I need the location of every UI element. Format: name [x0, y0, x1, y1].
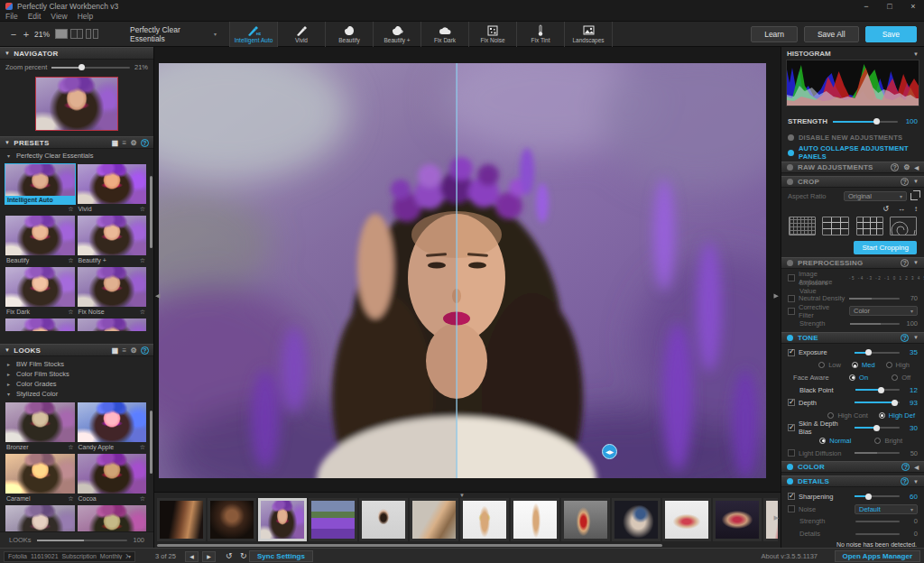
exposure-low-radio[interactable]	[818, 362, 825, 368]
noise-strength-slider[interactable]	[855, 521, 900, 522]
start-cropping-button[interactable]: Start Cropping	[854, 241, 917, 254]
star-icon[interactable]: ☆	[140, 206, 145, 213]
star-icon[interactable]: ☆	[68, 444, 73, 451]
help-icon[interactable]: ?	[901, 334, 909, 342]
raw-adjustments-header[interactable]: RAW ADJUSTMENTS ? ⚙ ◀	[781, 162, 924, 173]
looks-strength-slider[interactable]	[37, 540, 128, 541]
filmstrip-thumb-selected[interactable]	[258, 498, 307, 541]
looks-tree-color-film[interactable]: ▸ Color Film Stocks	[7, 369, 153, 379]
image-ambulance-checkbox[interactable]	[788, 274, 795, 282]
help-icon[interactable]: ?	[141, 139, 149, 147]
preset-button-vivid[interactable]: Vivid	[278, 22, 326, 47]
list-view-icon[interactable]: ≡	[123, 139, 127, 147]
filmstrip-thumb[interactable]	[208, 498, 256, 541]
help-icon[interactable]: ?	[901, 463, 910, 471]
save-all-button[interactable]: Save All	[804, 26, 859, 42]
rotate-icon[interactable]: ↺	[882, 205, 889, 213]
presets-header[interactable]: ▼ PRESETS ▦ ≡ ⚙ ?	[0, 136, 153, 149]
filmstrip-thumb[interactable]	[511, 498, 559, 541]
navigator-header[interactable]: ▼ NAVIGATOR	[0, 47, 153, 60]
filmstrip-next-icon[interactable]: ▶	[774, 514, 779, 521]
open-apps-manager-button[interactable]: Open Apps Manager	[835, 550, 921, 562]
filmstrip-thumb[interactable]	[309, 498, 357, 541]
preprocessing-header[interactable]: PREPROCESSING ? ▼	[781, 257, 924, 269]
preset-button-beautify-plus[interactable]: Beautify +	[374, 22, 421, 47]
sharpening-slider[interactable]	[855, 495, 900, 497]
filmstrip-thumb[interactable]	[359, 498, 408, 541]
flip-horizontal-icon[interactable]: ↔	[898, 205, 905, 213]
preset-group-dropdown[interactable]: Perfectly Clear Essentials ▾	[126, 25, 220, 43]
gear-icon[interactable]: ⚙	[131, 346, 137, 355]
preset-thumb[interactable]	[78, 318, 147, 331]
presets-scrollbar[interactable]	[150, 176, 152, 248]
split-divider-handle[interactable]: ◀▶	[602, 444, 617, 459]
help-icon[interactable]: ?	[141, 346, 149, 355]
preset-button-fix-noise[interactable]: Fix Noise	[469, 22, 517, 47]
caret-down-icon[interactable]: ▼	[913, 335, 919, 340]
star-icon[interactable]: ☆	[140, 309, 145, 316]
looks-scrollbar[interactable]	[150, 411, 152, 474]
preset-thumb[interactable]	[5, 318, 75, 331]
collapse-left-icon[interactable]: ◀	[914, 464, 919, 470]
filmstrip-thumb[interactable]	[157, 498, 206, 541]
details-header[interactable]: DETAILS ? ▼	[781, 475, 924, 487]
light-diffusion-slider[interactable]	[855, 452, 900, 454]
zoom-out-button[interactable]: −	[7, 29, 20, 40]
filename-dropdown[interactable]: Fotolia_11619021_Subscription_Monthly_XX…	[4, 551, 135, 562]
preset-thumb-intelligent-auto[interactable]: Intelligent Auto ☆	[5, 164, 75, 214]
black-point-slider[interactable]	[855, 389, 900, 391]
caret-down-icon[interactable]: ▼	[913, 51, 919, 57]
color-header[interactable]: COLOR ? ◀	[781, 461, 924, 473]
preset-button-fix-dark[interactable]: Fix Dark	[421, 22, 469, 47]
crop-tool-icon[interactable]	[910, 193, 918, 200]
menu-file[interactable]: File	[5, 12, 18, 21]
learn-button[interactable]: Learn	[751, 26, 798, 42]
about-version[interactable]: About v:3.5.5.1137	[762, 552, 818, 560]
undo-icon[interactable]: ↺	[226, 551, 233, 560]
help-icon[interactable]: ?	[901, 259, 909, 267]
grid-view-icon[interactable]: ▦	[112, 346, 119, 355]
look-thumb-bronzer[interactable]: Bronzer☆	[5, 402, 75, 452]
gear-icon[interactable]: ⚙	[903, 163, 910, 171]
preset-button-landscapes[interactable]: Landscapes	[565, 22, 613, 47]
strength-slider[interactable]	[833, 121, 898, 123]
filmstrip-scrollbar[interactable]	[157, 544, 662, 547]
star-icon[interactable]: ☆	[68, 495, 73, 503]
face-aware-off-radio[interactable]	[892, 374, 898, 381]
preset-button-intelligent-auto[interactable]: HD Intelligent Auto	[230, 22, 278, 47]
bias-normal-radio[interactable]	[819, 438, 826, 444]
flip-vertical-icon[interactable]: ↕	[914, 205, 918, 213]
look-thumb[interactable]	[5, 505, 75, 531]
single-view-button[interactable]	[55, 29, 68, 39]
filmstrip-thumb[interactable]	[410, 498, 458, 541]
menu-help[interactable]: Help	[78, 12, 93, 21]
list-view-icon[interactable]: ≡	[123, 346, 127, 355]
preset-thumb-fix-dark[interactable]: Fix Dark☆	[5, 267, 75, 317]
exposure-slider[interactable]	[855, 352, 900, 354]
noise-checkbox[interactable]	[788, 505, 795, 512]
preset-thumb-beautify-plus[interactable]: Beautify +☆	[78, 216, 147, 265]
exposure-high-radio[interactable]	[886, 362, 892, 368]
skin-depth-bias-slider[interactable]	[855, 427, 900, 429]
disable-new-adjustments-toggle[interactable]: DISABLE NEW ADJUSTMENTS	[781, 132, 924, 143]
crop-grid-spiral-button[interactable]	[890, 217, 917, 235]
corrective-filter-checkbox[interactable]	[788, 308, 795, 315]
menu-view[interactable]: View	[51, 12, 67, 21]
zoom-in-button[interactable]: +	[20, 29, 32, 40]
star-icon[interactable]: ☆	[140, 444, 145, 451]
navigator-zoom-slider[interactable]	[51, 67, 130, 69]
collapse-left-icon[interactable]: ◀	[914, 164, 919, 171]
looks-tree-bw-film[interactable]: ▸ BW Film Stocks	[7, 359, 153, 369]
look-thumb[interactable]	[78, 505, 147, 531]
filmstrip-thumb[interactable]	[460, 498, 509, 541]
looks-tree-color-grades[interactable]: ▸ Color Grades	[7, 379, 153, 389]
filmstrip-thumb[interactable]	[561, 498, 610, 541]
crop-header[interactable]: CROP ? ▼	[781, 176, 924, 188]
preset-group-row[interactable]: ▾ Perfectly Clear Essentials	[7, 151, 153, 161]
help-icon[interactable]: ?	[901, 178, 909, 186]
neutral-density-checkbox[interactable]	[788, 295, 795, 302]
light-diffusion-checkbox[interactable]	[788, 449, 795, 457]
redo-icon[interactable]: ↻	[240, 551, 247, 560]
minimize-button[interactable]: −	[861, 2, 872, 11]
preprocessing-strength-slider[interactable]	[850, 323, 900, 325]
